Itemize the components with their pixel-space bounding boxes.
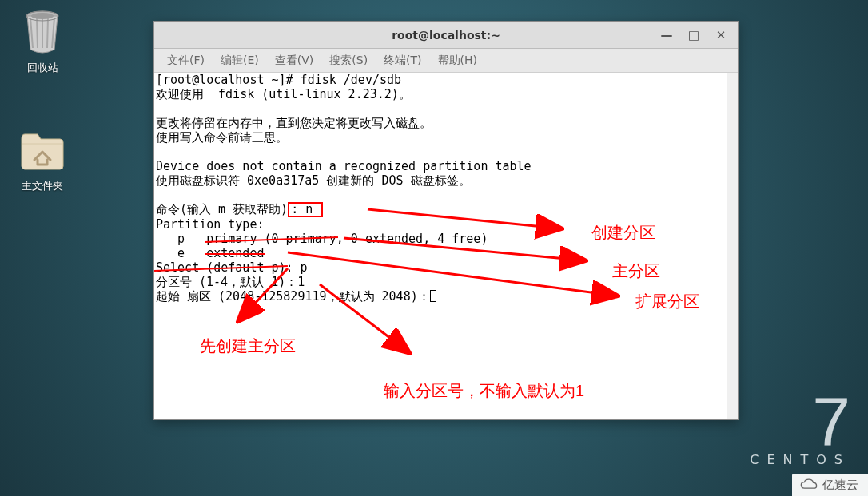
centos-seven: 7: [750, 394, 850, 449]
svg-line-5: [344, 238, 583, 260]
desktop-root: 回收站 主文件夹 root@localhost:~ — □ ✕ 文件(F) 编辑…: [0, 0, 868, 496]
svg-line-4: [368, 209, 559, 228]
svg-line-7: [240, 268, 288, 319]
annotation-arrows: [0, 0, 868, 496]
centos-word: CENTOS: [750, 452, 850, 467]
centos-branding: 7 CENTOS: [750, 394, 850, 467]
cloud-icon: [800, 478, 818, 492]
watermark: 亿速云: [792, 474, 868, 496]
svg-line-8: [320, 284, 408, 351]
watermark-text: 亿速云: [822, 478, 858, 493]
